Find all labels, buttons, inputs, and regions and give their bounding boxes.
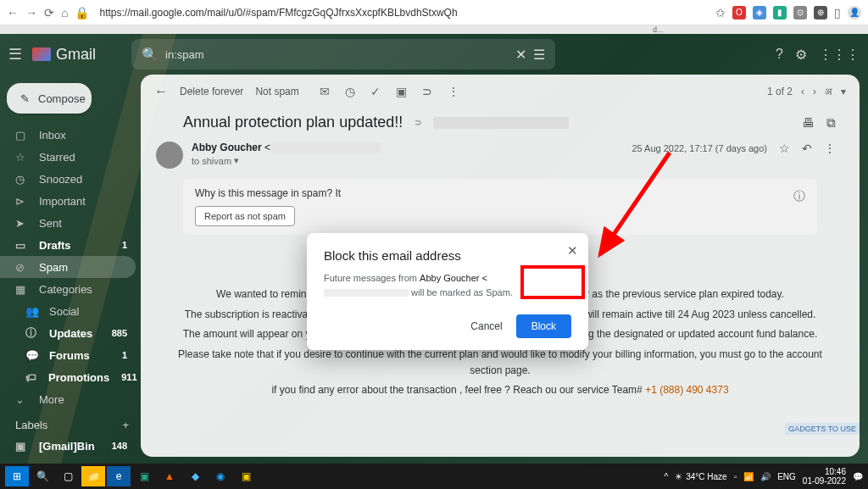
forums-icon: 💬 <box>25 349 37 362</box>
sidebar-item-snoozed[interactable]: ◷Snoozed <box>0 168 136 190</box>
clear-search-icon[interactable]: ✕ <box>515 47 526 63</box>
add-label-icon[interactable]: + <box>122 419 129 431</box>
collections-icon[interactable]: ▯ <box>834 6 841 19</box>
delete-forever-button[interactable]: Delete forever <box>180 86 243 97</box>
label-apply-icon[interactable]: ⊃ <box>422 85 432 98</box>
move-icon[interactable]: ▣ <box>396 85 407 98</box>
sidebar-item-important[interactable]: ⊳Important <box>0 190 136 212</box>
app-icon-1[interactable]: ▣ <box>132 466 156 486</box>
help-icon[interactable]: ? <box>776 47 783 63</box>
lang-indicator[interactable]: ENG <box>777 472 796 481</box>
updates-icon: ⓘ <box>25 325 37 341</box>
app-icon-3[interactable]: ◉ <box>209 466 232 486</box>
sidebar-item-inbox[interactable]: ▢Inbox <box>0 124 136 146</box>
info-icon[interactable]: ⓘ <box>793 189 805 204</box>
social-icon: 👥 <box>25 305 37 318</box>
pencil-icon: ✎ <box>20 92 30 105</box>
hamburger-icon[interactable]: ☰ <box>8 45 22 64</box>
email-more-icon[interactable]: ⋮ <box>824 142 836 155</box>
close-icon[interactable]: ✕ <box>567 243 578 258</box>
chevron-down-icon: ⌄ <box>15 393 27 406</box>
important-icon: ⊳ <box>15 195 27 208</box>
sidebar-item-social[interactable]: 👥Social <box>0 300 136 322</box>
settings-icon[interactable]: ⚙ <box>795 47 807 63</box>
dialog-message: Future messages from Abby Goucher < will… <box>324 271 571 299</box>
inbox-chip[interactable]: ⊃ <box>411 116 425 130</box>
taskview-icon[interactable]: ▢ <box>56 466 80 486</box>
block-button[interactable]: Block <box>516 314 571 338</box>
reload-icon[interactable]: ⟳ <box>44 6 54 19</box>
sidebar-label-imap-drafts[interactable]: ▣[Imap]/Drafts <box>0 457 136 464</box>
open-new-icon[interactable]: ⧉ <box>826 115 836 131</box>
explorer-icon[interactable]: 📁 <box>81 466 105 486</box>
sidebar-label-bin[interactable]: ▣[Gmail]Bin148 <box>0 435 136 457</box>
notifications-icon[interactable]: 💬 <box>853 472 863 481</box>
ext-icon-2[interactable]: ◈ <box>753 6 766 19</box>
url-bar[interactable]: https://mail.google.com/mail/u/0/#spam/F… <box>96 7 709 19</box>
sidebar-item-starred[interactable]: ☆Starred <box>0 146 136 168</box>
back-to-list-icon[interactable]: ← <box>154 84 168 99</box>
start-button[interactable]: ⊞ <box>5 466 29 486</box>
volume-icon[interactable]: 🔊 <box>760 472 771 481</box>
sidebar-item-drafts[interactable]: ▭Drafts1 <box>0 234 136 256</box>
search-box[interactable]: 🔍 ✕ ☰ <box>131 39 555 69</box>
print-icon[interactable]: 🖶 <box>802 115 815 131</box>
home-icon[interactable]: ⌂ <box>61 6 68 19</box>
edge-icon[interactable]: e <box>107 466 131 486</box>
show-details-icon[interactable]: ▾ <box>234 155 239 166</box>
tab-hint: d... <box>653 25 664 34</box>
sidebar-item-categories[interactable]: ▦Categories <box>0 278 136 300</box>
sidebar-item-forums[interactable]: 💬Forums1 <box>0 344 136 366</box>
ext-icon-5[interactable]: ⊕ <box>814 6 827 19</box>
forward-icon[interactable]: → <box>25 6 37 19</box>
cancel-button[interactable]: Cancel <box>464 315 509 337</box>
compose-label: Compose <box>38 92 86 105</box>
star-email-icon[interactable]: ☆ <box>779 142 790 155</box>
task-icon[interactable]: ✓ <box>370 85 381 98</box>
tune-icon[interactable]: ☰ <box>533 47 545 63</box>
clock-icon: ◷ <box>15 173 27 186</box>
app-icon-2[interactable]: ◆ <box>183 466 207 486</box>
not-spam-button[interactable]: Not spam <box>255 86 298 97</box>
redacted-email <box>270 143 381 153</box>
input-lang[interactable]: अ <box>825 86 832 97</box>
ext-icon-1[interactable]: O <box>732 6 746 19</box>
reply-icon[interactable]: ↶ <box>802 142 812 155</box>
next-icon[interactable]: › <box>813 86 816 97</box>
favorite-icon[interactable]: ✩ <box>715 6 726 19</box>
back-icon[interactable]: ← <box>7 6 19 19</box>
sidebar-item-updates[interactable]: ⓘUpdates885 <box>0 322 136 344</box>
label-icon: ▣ <box>15 440 27 453</box>
profile-avatar[interactable]: 👤 <box>848 6 861 19</box>
search-taskbar-icon[interactable]: 🔍 <box>31 466 54 486</box>
mail-icon[interactable]: ✉ <box>320 85 330 98</box>
ext-icon-4[interactable]: ⊙ <box>793 6 807 19</box>
clock[interactable]: 10:46 01-09-2022 <box>803 467 846 486</box>
sidebar-item-sent[interactable]: ➤Sent <box>0 212 136 234</box>
gmail-logo[interactable]: Gmail <box>32 46 96 64</box>
apps-icon[interactable]: ⋮⋮⋮ <box>819 47 860 63</box>
categories-icon: ▦ <box>15 283 27 296</box>
prev-icon[interactable]: ‹ <box>801 86 804 97</box>
weather-widget[interactable]: ☀ 34°C Haze <box>675 472 726 481</box>
sidebar-item-more[interactable]: ⌄More <box>0 388 136 410</box>
report-not-spam-button[interactable]: Report as not spam <box>195 206 295 226</box>
wifi-icon[interactable]: 📶 <box>743 472 754 481</box>
dialog-title: Block this email address <box>324 248 571 263</box>
vlc-icon[interactable]: ▲ <box>158 466 181 486</box>
ext-icon-3[interactable]: ▮ <box>773 6 787 19</box>
tray-chevron-icon[interactable]: ^ <box>664 472 668 481</box>
more-actions-icon[interactable]: ⋮ <box>448 85 459 98</box>
tray-icon-1[interactable]: ▫ <box>734 472 737 481</box>
compose-button[interactable]: ✎ Compose <box>7 83 92 114</box>
search-input[interactable] <box>165 48 509 61</box>
input-lang-chevron[interactable]: ▾ <box>841 86 846 97</box>
app-icon-4[interactable]: ▣ <box>234 466 258 486</box>
lock-icon: 🔒 <box>75 6 89 19</box>
sidebar-item-spam[interactable]: ⊘Spam <box>0 256 136 278</box>
spam-chip[interactable] <box>433 117 569 129</box>
sidebar-item-promotions[interactable]: 🏷Promotions911 <box>0 366 136 388</box>
snooze-icon[interactable]: ◷ <box>345 85 355 98</box>
sender-name: Abby Goucher <box>192 142 262 153</box>
phone-number[interactable]: +1 (888) 490 4373 <box>645 384 728 396</box>
